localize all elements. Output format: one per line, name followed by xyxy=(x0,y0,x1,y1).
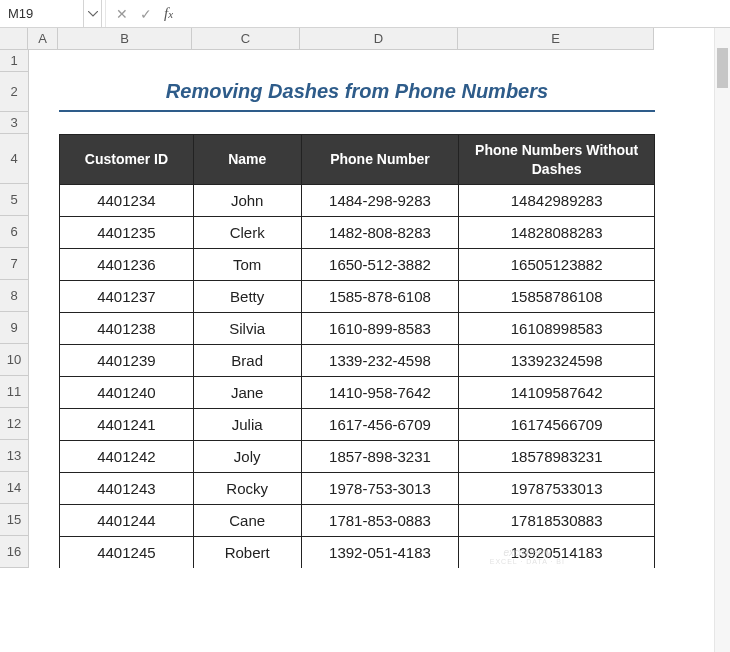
table-row: 4401243Rocky1978-753-301319787533013 xyxy=(60,473,655,505)
cell[interactable]: 1978-753-3013 xyxy=(301,473,459,505)
cell[interactable]: Julia xyxy=(193,409,301,441)
page-title: Removing Dashes from Phone Numbers xyxy=(59,72,655,112)
cell[interactable]: 19787533013 xyxy=(459,473,655,505)
cell[interactable]: 1482-808-8283 xyxy=(301,217,459,249)
row-header[interactable]: 3 xyxy=(0,112,28,134)
cell[interactable]: 16108998583 xyxy=(459,313,655,345)
cell[interactable]: 4401243 xyxy=(60,473,194,505)
row-headers: 12345678910111213141516 xyxy=(0,50,29,568)
cell[interactable]: 17818530883 xyxy=(459,505,655,537)
cell[interactable]: Tom xyxy=(193,249,301,281)
cell[interactable]: 4401238 xyxy=(60,313,194,345)
enter-icon[interactable]: ✓ xyxy=(136,6,156,22)
row-header[interactable]: 11 xyxy=(0,376,28,408)
cell[interactable]: 4401240 xyxy=(60,377,194,409)
column-headers: ABCDE xyxy=(28,28,654,50)
table-header[interactable]: Customer ID xyxy=(60,135,194,185)
cell[interactable]: Jane xyxy=(193,377,301,409)
row-header[interactable]: 7 xyxy=(0,248,28,280)
cell[interactable]: 15858786108 xyxy=(459,281,655,313)
table-row: 4401234John1484-298-928314842989283 xyxy=(60,185,655,217)
row-header[interactable]: 14 xyxy=(0,472,28,504)
cancel-icon[interactable]: ✕ xyxy=(112,6,132,22)
row-header[interactable]: 6 xyxy=(0,216,28,248)
watermark: exceldemyEXCEL · DATA · BI xyxy=(490,547,565,566)
cell[interactable]: 16174566709 xyxy=(459,409,655,441)
table-header[interactable]: Phone Number xyxy=(301,135,459,185)
cell[interactable]: 1650-512-3882 xyxy=(301,249,459,281)
table-row: 4401238Silvia1610-899-858316108998583 xyxy=(60,313,655,345)
cell[interactable]: Brad xyxy=(193,345,301,377)
table-header[interactable]: Phone Numbers Without Dashes xyxy=(459,135,655,185)
table-row: 4401237Betty1585-878-610815858786108 xyxy=(60,281,655,313)
formula-bar: M19 ✕ ✓ fx xyxy=(0,0,730,28)
cell[interactable]: 1610-899-8583 xyxy=(301,313,459,345)
cell[interactable]: 1585-878-6108 xyxy=(301,281,459,313)
row-header[interactable]: 16 xyxy=(0,536,28,568)
row-header[interactable]: 4 xyxy=(0,134,28,184)
cell[interactable]: 4401239 xyxy=(60,345,194,377)
row-header[interactable]: 8 xyxy=(0,280,28,312)
cell[interactable]: Rocky xyxy=(193,473,301,505)
table-header[interactable]: Name xyxy=(193,135,301,185)
row-header[interactable]: 15 xyxy=(0,504,28,536)
table-row: 4401241Julia1617-456-670916174566709 xyxy=(60,409,655,441)
cell[interactable]: 1857-898-3231 xyxy=(301,441,459,473)
row-header[interactable]: 10 xyxy=(0,344,28,376)
name-box-dropdown[interactable] xyxy=(84,0,102,27)
cell[interactable]: 1484-298-9283 xyxy=(301,185,459,217)
cell[interactable]: 14109587642 xyxy=(459,377,655,409)
cell[interactable]: 14828088283 xyxy=(459,217,655,249)
cells-area[interactable]: Removing Dashes from Phone NumbersCustom… xyxy=(29,50,655,568)
cell[interactable]: 4401242 xyxy=(60,441,194,473)
table-row: 4401236Tom1650-512-388216505123882 xyxy=(60,249,655,281)
name-box[interactable]: M19 xyxy=(0,0,84,27)
cell[interactable]: 4401237 xyxy=(60,281,194,313)
row-header[interactable]: 1 xyxy=(0,50,28,72)
cell[interactable]: Cane xyxy=(193,505,301,537)
cell[interactable]: Silvia xyxy=(193,313,301,345)
chevron-down-icon xyxy=(88,11,98,17)
cell[interactable]: Joly xyxy=(193,441,301,473)
column-header[interactable]: E xyxy=(458,28,654,49)
formula-bar-buttons: ✕ ✓ fx xyxy=(106,5,183,22)
row-header[interactable]: 9 xyxy=(0,312,28,344)
cell[interactable]: 1781-853-0883 xyxy=(301,505,459,537)
cell[interactable]: 1617-456-6709 xyxy=(301,409,459,441)
vertical-scrollbar[interactable] xyxy=(714,28,730,568)
cell[interactable]: 4401244 xyxy=(60,505,194,537)
fx-icon[interactable]: fx xyxy=(160,5,177,22)
cell[interactable]: Clerk xyxy=(193,217,301,249)
row-header[interactable]: 5 xyxy=(0,184,28,216)
cell[interactable]: 4401241 xyxy=(60,409,194,441)
row-header[interactable]: 2 xyxy=(0,72,28,112)
table-row: 4401242Joly1857-898-323118578983231 xyxy=(60,441,655,473)
cell[interactable]: 1410-958-7642 xyxy=(301,377,459,409)
cell[interactable]: 4401234 xyxy=(60,185,194,217)
column-header[interactable]: D xyxy=(300,28,458,49)
cell[interactable]: 1392-051-4183 xyxy=(301,537,459,569)
table-row: 4401240Jane1410-958-764214109587642 xyxy=(60,377,655,409)
cell[interactable]: 18578983231 xyxy=(459,441,655,473)
cell[interactable]: 13392324598 xyxy=(459,345,655,377)
formula-input[interactable] xyxy=(183,0,730,27)
cell[interactable]: 4401235 xyxy=(60,217,194,249)
row-header[interactable]: 12 xyxy=(0,408,28,440)
cell[interactable]: 16505123882 xyxy=(459,249,655,281)
select-all-corner[interactable] xyxy=(0,28,28,50)
cell[interactable]: 14842989283 xyxy=(459,185,655,217)
column-header[interactable]: A xyxy=(28,28,58,49)
cell[interactable]: 4401236 xyxy=(60,249,194,281)
cell[interactable]: Betty xyxy=(193,281,301,313)
table-row: 4401235Clerk1482-808-828314828088283 xyxy=(60,217,655,249)
spreadsheet-grid: ABCDE 12345678910111213141516 Removing D… xyxy=(0,28,730,568)
scroll-thumb[interactable] xyxy=(717,48,728,88)
cell[interactable]: 1339-232-4598 xyxy=(301,345,459,377)
row-header[interactable]: 13 xyxy=(0,440,28,472)
column-header[interactable]: C xyxy=(192,28,300,49)
cell[interactable]: John xyxy=(193,185,301,217)
cell[interactable]: Robert xyxy=(193,537,301,569)
column-header[interactable]: B xyxy=(58,28,192,49)
table-row: 4401239Brad1339-232-459813392324598 xyxy=(60,345,655,377)
cell[interactable]: 4401245 xyxy=(60,537,194,569)
